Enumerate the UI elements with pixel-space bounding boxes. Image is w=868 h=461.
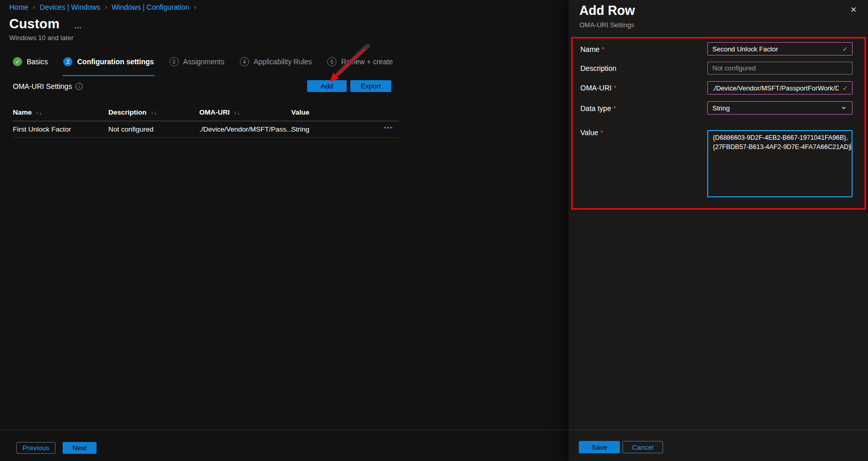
- row-cell-oma-uri: ./Device/Vendor/MSFT/Pass...: [199, 125, 292, 133]
- title-more-icon[interactable]: …: [74, 21, 83, 30]
- required-marker: *: [613, 104, 616, 113]
- breadcrumb-separator-icon: ›: [33, 4, 35, 11]
- panel-subtitle: OMA-URI Settings: [579, 21, 634, 29]
- chevron-down-icon: ⌄: [840, 101, 847, 112]
- label-text: OMA-URI: [580, 84, 612, 92]
- value-textarea[interactable]: {D6886603-9D2F-4EB2-B667-1971041FA96B}, …: [707, 130, 853, 197]
- data-type-selected-value: String: [708, 104, 730, 112]
- next-button[interactable]: Next: [63, 442, 97, 454]
- sort-icon[interactable]: ↑↓: [234, 109, 240, 116]
- data-type-dropdown[interactable]: String ⌄: [707, 101, 853, 115]
- sort-icon[interactable]: ↑↓: [150, 109, 157, 116]
- row-more-menu-icon[interactable]: •••: [384, 124, 393, 131]
- column-label: OMA-URI: [199, 108, 230, 116]
- step-label: Basics: [27, 58, 48, 66]
- previous-button[interactable]: Previous: [16, 442, 55, 454]
- step-assignments[interactable]: 3 Assignments: [169, 57, 224, 67]
- step-label: Review + create: [341, 58, 393, 66]
- value-line-2: {27FBDB57-B613-4AF2-9D7E-4FA7A66C21AD}: [713, 143, 847, 152]
- required-marker: *: [600, 128, 603, 137]
- label-text: Data type: [580, 104, 611, 113]
- step-configuration-settings[interactable]: 2 Configuration settings: [63, 57, 154, 67]
- header-divider: [13, 121, 399, 121]
- row-cell-value: String: [291, 125, 309, 133]
- step-applicability-rules[interactable]: 4 Applicability Rules: [240, 57, 312, 67]
- export-button[interactable]: Export: [350, 80, 391, 92]
- add-row-panel: Add Row OMA-URI Settings ✕ Name* ✓ Descr…: [569, 0, 868, 461]
- panel-title: Add Row: [579, 3, 635, 18]
- step-number-badge: 3: [169, 57, 179, 66]
- column-header-value: Value: [291, 108, 309, 116]
- footer-divider: [0, 430, 868, 430]
- name-field-container: ✓: [707, 42, 853, 56]
- sort-icon[interactable]: ↑↓: [36, 109, 43, 116]
- step-done-check-icon: ✓: [13, 57, 22, 66]
- close-icon[interactable]: ✕: [850, 5, 857, 14]
- valid-check-icon: ✓: [842, 84, 848, 92]
- oma-uri-input[interactable]: [708, 82, 852, 94]
- info-icon[interactable]: i: [76, 83, 83, 90]
- oma-uri-settings-label: OMA-URI Settings: [13, 82, 72, 90]
- text-caret: [851, 143, 851, 150]
- label-text: Name: [580, 45, 599, 53]
- add-button[interactable]: Add: [307, 80, 347, 92]
- row-cell-description: Not configured: [108, 125, 154, 133]
- breadcrumb-separator-icon: ›: [105, 4, 107, 11]
- required-marker: *: [601, 45, 604, 53]
- save-button[interactable]: Save: [579, 441, 620, 453]
- value-label: Value*: [580, 128, 603, 137]
- step-label: Assignments: [183, 58, 224, 66]
- step-review-create[interactable]: 5 Review + create: [327, 57, 393, 67]
- step-label: Configuration settings: [77, 58, 154, 66]
- name-label: Name*: [580, 45, 605, 53]
- column-label: Value: [291, 108, 309, 116]
- description-field-container: [707, 62, 853, 75]
- value-line-1: {D6886603-9D2F-4EB2-B667-1971041FA96B},: [713, 134, 847, 143]
- oma-uri-label: OMA-URI*: [580, 84, 616, 92]
- label-text: Description: [580, 64, 616, 72]
- column-label: Name: [13, 108, 32, 116]
- column-header-name[interactable]: Name↑↓: [13, 108, 43, 116]
- column-label: Description: [108, 108, 146, 116]
- row-cell-name[interactable]: First Unlock Factor: [13, 125, 71, 133]
- breadcrumb-separator-icon: ›: [194, 4, 196, 11]
- step-number-badge: 4: [240, 57, 249, 66]
- data-type-label: Data type*: [580, 104, 616, 113]
- breadcrumb-windows-configuration[interactable]: Windows | Configuration: [111, 3, 189, 11]
- main-content: Home › Devices | Windows › Windows | Con…: [0, 0, 569, 461]
- valid-check-icon: ✓: [842, 45, 848, 53]
- page-title: Custom: [9, 16, 60, 32]
- name-input[interactable]: [708, 43, 852, 55]
- wizard-steps: ✓ Basics 2 Configuration settings 3 Assi…: [13, 57, 393, 67]
- breadcrumb: Home › Devices | Windows › Windows | Con…: [9, 3, 196, 11]
- step-number-badge: 2: [63, 57, 72, 66]
- oma-uri-field-container: ✓: [707, 81, 853, 95]
- column-header-description[interactable]: Description↑↓: [108, 108, 157, 116]
- description-label: Description: [580, 64, 616, 72]
- step-label: Applicability Rules: [254, 58, 312, 66]
- page-subtitle: Windows 10 and later: [9, 34, 73, 42]
- step-number-badge: 5: [327, 57, 336, 66]
- breadcrumb-home[interactable]: Home: [9, 3, 28, 11]
- label-text: Value: [580, 128, 598, 137]
- row-divider: [13, 137, 399, 138]
- step-basics[interactable]: ✓ Basics: [13, 57, 48, 67]
- column-header-oma-uri[interactable]: OMA-URI↑↓: [199, 108, 240, 116]
- required-marker: *: [614, 84, 616, 92]
- cancel-button[interactable]: Cancel: [622, 441, 663, 453]
- breadcrumb-devices-windows[interactable]: Devices | Windows: [40, 3, 100, 11]
- description-input[interactable]: [708, 62, 852, 74]
